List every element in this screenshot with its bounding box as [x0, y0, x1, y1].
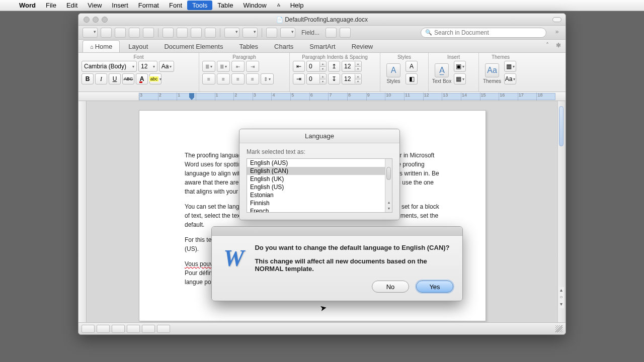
- language-option[interactable]: Finnish: [247, 199, 392, 207]
- theme-fonts-button[interactable]: Aa: [504, 73, 516, 84]
- open-button[interactable]: [101, 28, 112, 38]
- tab-tables[interactable]: Tables: [231, 40, 266, 52]
- underline-button[interactable]: U: [109, 73, 121, 84]
- strikethrough-button[interactable]: ABC: [122, 73, 134, 84]
- style-quick-button[interactable]: A: [406, 61, 418, 72]
- menu-font[interactable]: Font: [164, 1, 187, 10]
- show-marks/nonprinting-button[interactable]: [266, 28, 277, 38]
- app-menu[interactable]: Word: [14, 1, 41, 10]
- indent-left-input[interactable]: 0▴▾: [306, 61, 327, 72]
- undo-button[interactable]: [224, 28, 239, 38]
- sidebar-button[interactable]: [280, 28, 295, 38]
- line-spacing-button[interactable]: ⇕: [261, 73, 274, 84]
- tab-layout[interactable]: Layout: [121, 40, 155, 52]
- prev-page-icon[interactable]: ▴: [558, 287, 564, 294]
- menu-file[interactable]: File: [41, 1, 61, 10]
- media-browser-button[interactable]: [340, 28, 351, 38]
- next-page-icon[interactable]: ▾: [558, 301, 564, 308]
- themes-button[interactable]: AaThemes: [482, 61, 502, 86]
- decrease-indent-button[interactable]: ⇤: [231, 61, 245, 72]
- justify-button[interactable]: ≡: [246, 73, 259, 84]
- language-option[interactable]: English (AUS): [247, 159, 392, 167]
- scroll-thumb[interactable]: [559, 106, 564, 146]
- toolbox-button[interactable]: [326, 28, 337, 38]
- cut-button[interactable]: [163, 28, 174, 38]
- language-option[interactable]: English (CAN): [247, 167, 392, 175]
- theme-colors-button[interactable]: ▦: [504, 61, 516, 72]
- bold-button[interactable]: B: [82, 73, 94, 84]
- vertical-ruler[interactable]: [78, 101, 87, 322]
- change-case-button[interactable]: Aa: [159, 61, 174, 72]
- language-option[interactable]: English (US): [247, 183, 392, 191]
- view-publishing-button[interactable]: [112, 325, 125, 333]
- menu-table[interactable]: Table: [212, 1, 238, 10]
- menu-window[interactable]: Window: [238, 1, 271, 10]
- language-option[interactable]: English (UK): [247, 175, 392, 183]
- ribbon-options-icon[interactable]: ✻: [554, 42, 562, 50]
- picture-button[interactable]: ▦: [454, 73, 466, 84]
- browse-object-icon[interactable]: ○: [558, 294, 564, 301]
- list-scrollbar[interactable]: ▴ ▾: [385, 159, 392, 212]
- font-size-select[interactable]: 12: [138, 61, 157, 72]
- search-box[interactable]: 🔍: [421, 28, 546, 38]
- view-fullscreen-button[interactable]: [157, 325, 170, 333]
- shapes-button[interactable]: ▣: [454, 61, 466, 72]
- search-input[interactable]: [434, 29, 542, 36]
- tab-review[interactable]: Review: [344, 40, 381, 52]
- menu-format[interactable]: Format: [133, 1, 164, 10]
- tab-home[interactable]: ⌂Home: [83, 40, 120, 52]
- view-print-button[interactable]: [127, 325, 140, 333]
- script-menu-icon[interactable]: ༜: [272, 1, 285, 10]
- yes-button[interactable]: Yes: [416, 281, 453, 293]
- bullets-button[interactable]: ≣: [202, 61, 215, 72]
- indent-right-input[interactable]: 0▴▾: [306, 73, 327, 84]
- menu-help[interactable]: Help: [285, 1, 309, 10]
- view-outline-button[interactable]: [97, 325, 110, 333]
- menu-view[interactable]: View: [83, 1, 107, 10]
- horizontal-ruler[interactable]: 321123456789101112131415161718: [78, 92, 566, 101]
- vertical-scrollbar[interactable]: ▴ ○ ▾: [557, 101, 565, 322]
- field-menu[interactable]: Field...: [298, 29, 323, 36]
- print-button[interactable]: [143, 28, 154, 38]
- highlight-button[interactable]: abc: [149, 73, 162, 84]
- toolbar-pill-icon[interactable]: [552, 17, 561, 22]
- collapse-ribbon-icon[interactable]: ˄: [543, 42, 551, 50]
- menu-insert[interactable]: Insert: [107, 1, 133, 10]
- view-draft-button[interactable]: [82, 325, 95, 333]
- align-center-button[interactable]: ≡: [217, 73, 230, 84]
- copy-button[interactable]: [177, 28, 188, 38]
- scroll-thumb[interactable]: [386, 167, 391, 180]
- italic-button[interactable]: I: [95, 73, 107, 84]
- increase-indent-button[interactable]: ⇥: [246, 61, 259, 72]
- paste-button[interactable]: [191, 28, 202, 38]
- scroll-up-icon[interactable]: ▴: [385, 200, 392, 206]
- align-left-button[interactable]: ≡: [202, 73, 215, 84]
- language-option[interactable]: Estonian: [247, 191, 392, 199]
- spacing-after-input[interactable]: 12▴▾: [342, 73, 362, 84]
- numbering-button[interactable]: ≣: [217, 61, 230, 72]
- menu-tools[interactable]: Tools: [187, 1, 212, 10]
- tab-smartart[interactable]: SmartArt: [302, 40, 343, 52]
- no-button[interactable]: No: [372, 281, 409, 293]
- new-doc-button[interactable]: [83, 28, 98, 38]
- scroll-down-icon[interactable]: ▾: [385, 206, 392, 212]
- resize-grip-icon[interactable]: [555, 325, 562, 332]
- tab-charts[interactable]: Charts: [267, 40, 301, 52]
- language-option[interactable]: French: [247, 207, 392, 213]
- styles-pane-button[interactable]: ◧: [406, 73, 418, 84]
- styles-button[interactable]: AStyles: [383, 61, 404, 86]
- spacing-before-input[interactable]: 12▴▾: [342, 61, 362, 72]
- save-as-button[interactable]: [129, 28, 140, 38]
- menu-edit[interactable]: Edit: [61, 1, 83, 10]
- redo-button[interactable]: [243, 28, 258, 38]
- toolbar-overflow-icon[interactable]: »: [552, 28, 561, 37]
- align-right-button[interactable]: ≡: [231, 73, 245, 84]
- view-notebook-button[interactable]: [142, 325, 155, 333]
- tab-document-elements[interactable]: Document Elements: [156, 40, 230, 52]
- save-button[interactable]: [115, 28, 126, 38]
- format-painter-button[interactable]: [205, 28, 216, 38]
- language-list[interactable]: English (AUS)English (CAN)English (UK)En…: [247, 158, 392, 213]
- text-box-button[interactable]: A̲Text Box: [432, 61, 452, 86]
- font-color-button[interactable]: [136, 73, 148, 84]
- font-name-select[interactable]: Cambria (Body): [82, 61, 137, 72]
